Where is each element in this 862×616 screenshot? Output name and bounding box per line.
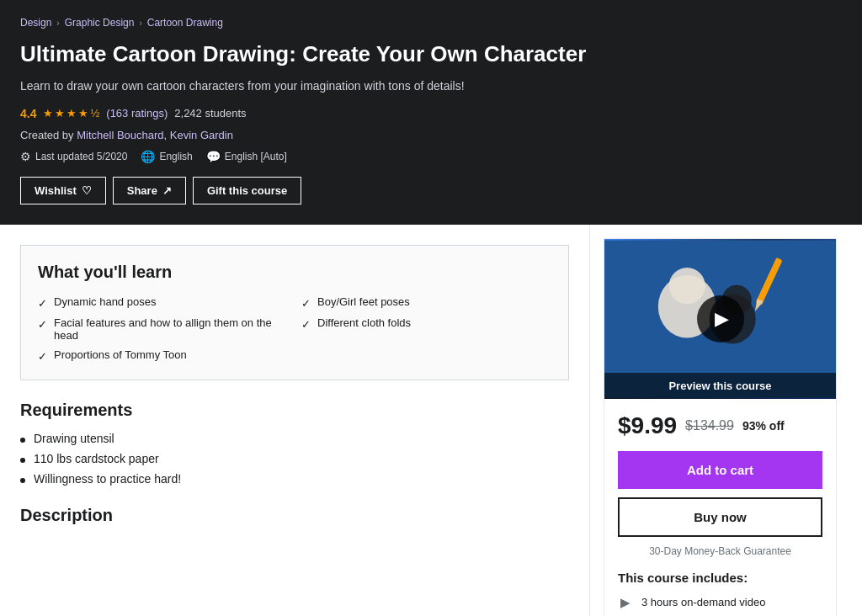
creator-kevin[interactable]: Kevin Gardin [170, 129, 233, 141]
meta-updated: ⚙ Last updated 5/2020 [20, 150, 127, 163]
meta-caption-text: English [Auto] [225, 151, 287, 162]
meta-updated-text: Last updated 5/2020 [35, 151, 127, 162]
sidebar-card: ▶ Preview this course $9.99 $134.99 93% … [604, 238, 837, 616]
wishlist-button[interactable]: Wishlist ♡ [20, 177, 106, 204]
star-2: ★ [55, 107, 65, 119]
req-item-2: 110 lbs cardstock paper [20, 452, 569, 465]
share-icon: ↗ [162, 184, 172, 197]
learn-item-4: ✓ Boy/Girl feet poses [301, 295, 551, 310]
course-title: Ultimate Cartoon Drawing: Create Your Ow… [20, 40, 593, 69]
main-content: What you'll learn ✓ Dynamic hand poses ✓… [0, 225, 589, 616]
check-icon-5: ✓ [301, 318, 311, 331]
requirements-title: Requirements [20, 401, 569, 420]
action-buttons: Wishlist ♡ Share ↗ Gift this course [20, 177, 842, 204]
star-4: ★ [78, 107, 88, 119]
heart-icon: ♡ [82, 184, 92, 197]
gift-label: Gift this course [207, 184, 287, 197]
gift-button[interactable]: Gift this course [193, 177, 301, 204]
buy-now-button[interactable]: Buy now [618, 497, 822, 537]
globe-icon: 🌐 [141, 150, 155, 163]
star-half: ½ [90, 107, 99, 119]
learn-box: What you'll learn ✓ Dynamic hand poses ✓… [20, 245, 569, 380]
includes-title: This course includes: [618, 571, 822, 585]
preview-thumbnail[interactable]: ▶ Preview this course [604, 239, 836, 399]
check-icon-1: ✓ [38, 297, 47, 310]
learn-item-4-text: Boy/Girl feet poses [317, 295, 410, 308]
includes-video: ▶ 3 hours on-demand video [618, 595, 822, 610]
course-header: Design › Graphic Design › Cartoon Drawin… [0, 0, 862, 225]
share-button[interactable]: Share ↗ [113, 177, 186, 204]
meta-language-text: English [159, 151, 192, 162]
caption-icon: 💬 [206, 150, 221, 163]
meta-row: ⚙ Last updated 5/2020 🌐 English 💬 Englis… [20, 150, 842, 163]
current-price: $9.99 [618, 412, 677, 439]
course-subtitle: Learn to draw your own cartoon character… [20, 77, 576, 95]
price-row: $9.99 $134.99 93% off [618, 412, 822, 439]
learn-item-3-text: Proportions of Tommy Toon [54, 348, 187, 361]
original-price: $134.99 [685, 418, 734, 433]
learn-item-1: ✓ Dynamic hand poses [38, 295, 288, 310]
preview-label: Preview this course [604, 373, 836, 399]
learn-item-5: ✓ Different cloth folds [301, 316, 551, 342]
rating-count: (163 ratings) [106, 107, 168, 119]
check-icon-2: ✓ [38, 318, 47, 331]
learn-item-2: ✓ Facial features and how to allign them… [38, 316, 288, 342]
star-3: ★ [67, 107, 77, 119]
star-1: ★ [43, 107, 53, 119]
add-to-cart-button[interactable]: Add to cart [618, 451, 822, 489]
breadcrumb: Design › Graphic Design › Cartoon Drawin… [20, 17, 842, 29]
learn-title: What you'll learn [38, 263, 551, 282]
learn-item-2-text: Facial features and how to allign them o… [54, 316, 288, 342]
course-preview: ▶ Preview this course [604, 239, 836, 399]
play-icon: ▶ [715, 308, 729, 330]
share-label: Share [127, 184, 157, 197]
check-icon-4: ✓ [301, 297, 311, 310]
update-icon: ⚙ [20, 150, 31, 163]
req-item-1-text: Drawing utensil [34, 432, 114, 445]
main-layout: What you'll learn ✓ Dynamic hand poses ✓… [0, 225, 862, 616]
play-button[interactable]: ▶ [697, 295, 744, 343]
learn-item-5-text: Different cloth folds [317, 316, 411, 329]
meta-caption: 💬 English [Auto] [206, 150, 287, 163]
learn-grid: ✓ Dynamic hand poses ✓ Boy/Girl feet pos… [38, 295, 551, 363]
learn-item-1-text: Dynamic hand poses [54, 295, 156, 308]
req-item-3: Willingness to practice hard! [20, 472, 569, 486]
stars: ★ ★ ★ ★ ½ [43, 107, 99, 119]
check-icon-3: ✓ [38, 350, 47, 363]
breadcrumb-sep-1: › [56, 19, 59, 28]
breadcrumb-sep-2: › [139, 19, 141, 28]
wishlist-label: Wishlist [35, 184, 77, 197]
breadcrumb-design[interactable]: Design [20, 17, 51, 29]
req-item-3-text: Willingness to practice hard! [34, 472, 181, 486]
includes-list: ▶ 3 hours on-demand video 📄 6 articles ⬇… [618, 595, 822, 616]
bullet-1 [20, 438, 25, 443]
video-icon: ▶ [618, 595, 633, 610]
breadcrumb-graphic-design[interactable]: Graphic Design [65, 17, 135, 29]
meta-language: 🌐 English [141, 150, 192, 163]
creator-mitchell[interactable]: Mitchell Bouchard [77, 129, 163, 141]
requirements-list: Drawing utensil 110 lbs cardstock paper … [20, 432, 569, 486]
includes-video-text: 3 hours on-demand video [641, 596, 765, 608]
rating-score: 4.4 [20, 107, 36, 120]
learn-item-3: ✓ Proportions of Tommy Toon [38, 348, 288, 363]
description-title: Description [20, 506, 569, 525]
created-by-label: Created by [20, 129, 74, 141]
svg-point-3 [669, 268, 705, 304]
creators-row: Created by Mitchell Bouchard, Kevin Gard… [20, 129, 842, 141]
money-back-guarantee: 30-Day Money-Back Guarantee [618, 545, 822, 557]
breadcrumb-cartoon-drawing[interactable]: Cartoon Drawing [147, 17, 223, 29]
discount-badge: 93% off [742, 419, 785, 433]
students-count: 2,242 students [174, 107, 246, 119]
req-item-1: Drawing utensil [20, 432, 569, 445]
price-section: $9.99 $134.99 93% off Add to cart Buy no… [604, 399, 836, 616]
bullet-3 [20, 478, 25, 483]
bullet-2 [20, 458, 25, 463]
req-item-2-text: 110 lbs cardstock paper [34, 452, 159, 465]
sidebar: ▶ Preview this course $9.99 $134.99 93% … [589, 225, 850, 616]
rating-row: 4.4 ★ ★ ★ ★ ½ (163 ratings) 2,242 studen… [20, 107, 842, 120]
